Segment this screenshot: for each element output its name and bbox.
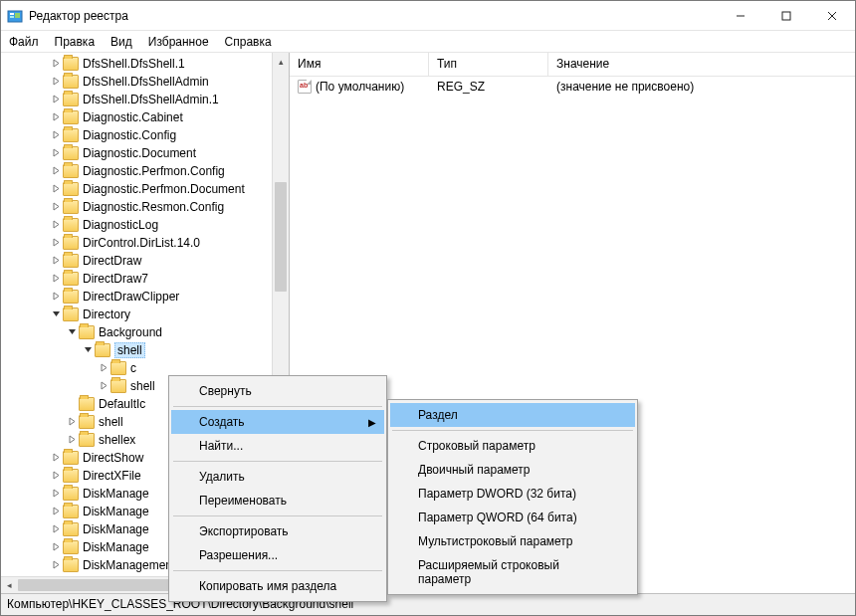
tree-label: DiagnosticLog — [83, 218, 158, 232]
maximize-button[interactable] — [763, 1, 809, 30]
menu-edit[interactable]: Правка — [55, 35, 96, 49]
menu-create[interactable]: Создать ▶ — [171, 410, 384, 434]
menu-favorites[interactable]: Избранное — [148, 35, 209, 49]
collapse-icon[interactable] — [65, 327, 79, 338]
tree-label: Diagnostic.Cabinet — [83, 110, 183, 124]
window-title: Редактор реестра — [29, 9, 718, 23]
collapse-icon[interactable] — [81, 345, 95, 356]
tree-item[interactable]: DirControl.DirList.14.0 — [1, 234, 272, 252]
expand-icon[interactable] — [49, 471, 63, 482]
menu-view[interactable]: Вид — [110, 35, 132, 49]
tree-item[interactable]: DfsShell.DfsShell.1 — [1, 55, 272, 73]
expand-icon[interactable] — [49, 148, 63, 159]
expand-icon[interactable] — [49, 238, 63, 249]
submenu-expand-string[interactable]: Расширяемый строковый параметр — [390, 553, 635, 591]
expand-icon[interactable] — [49, 184, 63, 195]
tree-item[interactable]: Directory — [1, 306, 272, 323]
expand-icon[interactable] — [49, 95, 63, 105]
menubar: Файл Правка Вид Избранное Справка — [1, 31, 855, 53]
folder-icon — [63, 182, 79, 196]
folder-icon — [79, 397, 95, 411]
tree-item[interactable]: Background — [1, 323, 272, 341]
collapse-icon[interactable] — [49, 309, 63, 320]
expand-icon[interactable] — [49, 130, 63, 141]
expand-icon[interactable] — [49, 453, 63, 464]
expand-icon[interactable] — [49, 59, 63, 70]
menu-rename[interactable]: Переименовать — [171, 489, 384, 513]
menu-help[interactable]: Справка — [225, 35, 272, 49]
expand-icon[interactable] — [49, 524, 63, 535]
expand-icon[interactable] — [49, 292, 63, 303]
expand-icon[interactable] — [49, 274, 63, 285]
expand-icon[interactable] — [49, 256, 63, 267]
menu-collapse[interactable]: Свернуть — [171, 379, 384, 403]
submenu-string[interactable]: Строковый параметр — [390, 434, 635, 458]
tree-item[interactable]: Diagnostic.Resmon.Config — [1, 198, 272, 216]
tree-label: DirectDraw — [83, 254, 141, 268]
expand-icon[interactable] — [49, 489, 63, 500]
submenu-binary[interactable]: Двоичный параметр — [390, 458, 635, 482]
col-name[interactable]: Имя — [290, 53, 429, 76]
tree-item[interactable]: DiagnosticLog — [1, 216, 272, 234]
folder-icon — [63, 236, 79, 250]
expand-icon[interactable] — [49, 507, 63, 517]
close-button[interactable] — [809, 1, 855, 30]
expand-icon[interactable] — [49, 202, 63, 213]
minimize-button[interactable] — [718, 1, 763, 30]
expand-icon[interactable] — [49, 112, 63, 123]
expand-icon[interactable] — [97, 363, 110, 374]
folder-icon — [63, 75, 79, 89]
expand-icon[interactable] — [97, 381, 110, 392]
tree-item[interactable]: DirectDraw7 — [1, 270, 272, 288]
menu-export[interactable]: Экспортировать — [171, 519, 384, 543]
tree-label: DfsShell.DfsShell.1 — [83, 57, 185, 71]
tree-label: shellex — [99, 433, 135, 447]
menu-copy-key-name[interactable]: Копировать имя раздела — [171, 574, 384, 598]
tree-item[interactable]: Diagnostic.Config — [1, 126, 272, 144]
tree-label: Diagnostic.Resmon.Config — [83, 200, 224, 214]
tree-label: c — [130, 361, 136, 375]
folder-icon — [63, 272, 79, 286]
tree-item[interactable]: DirectDrawClipper — [1, 288, 272, 306]
tree-item[interactable]: DfsShell.DfsShellAdmin — [1, 73, 272, 91]
list-row[interactable]: (По умолчанию) REG_SZ (значение не присв… — [290, 77, 855, 97]
menu-file[interactable]: Файл — [9, 35, 39, 49]
menu-find[interactable]: Найти... — [171, 434, 384, 458]
submenu-dword[interactable]: Параметр DWORD (32 бита) — [390, 482, 635, 506]
tree-label: Diagnostic.Perfmon.Config — [83, 164, 225, 178]
expand-icon[interactable] — [49, 77, 63, 88]
folder-icon — [63, 57, 79, 71]
col-value[interactable]: Значение — [548, 53, 807, 76]
expand-icon[interactable] — [65, 435, 79, 446]
tree-item[interactable]: Diagnostic.Document — [1, 144, 272, 162]
list-header: Имя Тип Значение — [290, 53, 855, 77]
tree-item[interactable]: Diagnostic.Cabinet — [1, 108, 272, 126]
folder-icon — [63, 164, 79, 178]
tree-label: DiskManage — [83, 505, 149, 518]
tree-item[interactable]: DirectDraw — [1, 252, 272, 270]
folder-icon — [110, 379, 126, 393]
tree-label: DfsShell.DfsShellAdmin.1 — [83, 93, 219, 106]
expand-icon[interactable] — [49, 560, 63, 571]
submenu-key[interactable]: Раздел — [390, 403, 635, 427]
tree-item[interactable]: shell — [1, 341, 272, 359]
col-type[interactable]: Тип — [429, 53, 548, 76]
window-controls — [718, 1, 855, 30]
tree-item[interactable]: DfsShell.DfsShellAdmin.1 — [1, 91, 272, 108]
tree-label: DirectDrawClipper — [83, 290, 179, 304]
submenu-qword[interactable]: Параметр QWORD (64 бита) — [390, 506, 635, 529]
expand-icon[interactable] — [49, 166, 63, 177]
expand-icon[interactable] — [49, 542, 63, 553]
menu-permissions[interactable]: Разрешения... — [171, 543, 384, 567]
expand-icon[interactable] — [65, 417, 79, 428]
tree-label: Diagnostic.Perfmon.Document — [83, 182, 245, 196]
folder-icon — [63, 308, 79, 321]
expand-icon[interactable] — [49, 220, 63, 231]
menu-delete[interactable]: Удалить — [171, 465, 384, 489]
create-submenu: Раздел Строковый параметр Двоичный парам… — [387, 399, 638, 595]
folder-icon — [95, 343, 110, 357]
submenu-multi-string[interactable]: Мультистроковый параметр — [390, 529, 635, 553]
tree-label: shell — [99, 415, 123, 429]
tree-item[interactable]: Diagnostic.Perfmon.Document — [1, 180, 272, 198]
tree-item[interactable]: Diagnostic.Perfmon.Config — [1, 162, 272, 180]
